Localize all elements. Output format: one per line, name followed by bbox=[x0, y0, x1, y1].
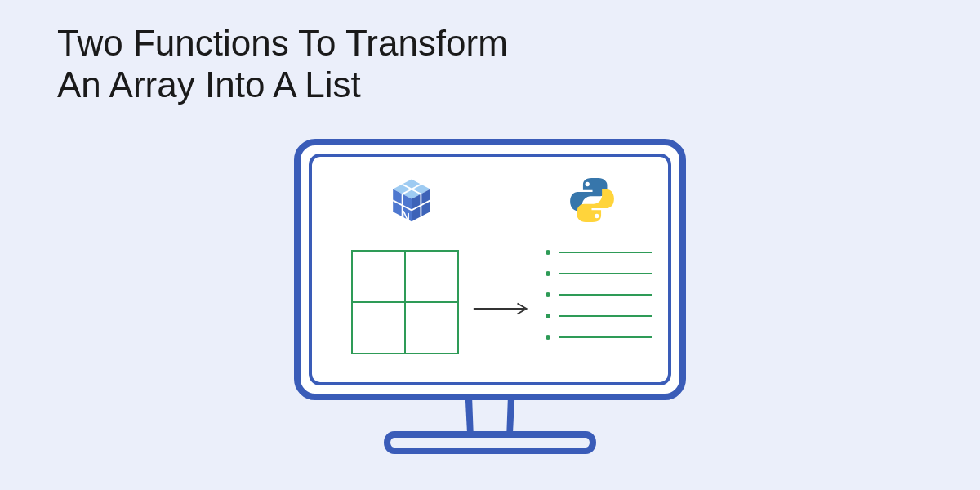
bullet-icon bbox=[546, 271, 550, 276]
list-line bbox=[559, 336, 652, 338]
monitor-screen: N bbox=[294, 139, 686, 400]
list-item bbox=[546, 250, 652, 255]
svg-point-11 bbox=[595, 214, 599, 218]
list-item bbox=[546, 314, 652, 318]
monitor-stand-neck bbox=[466, 399, 514, 435]
bullet-icon bbox=[546, 292, 550, 297]
python-icon bbox=[568, 176, 616, 224]
monitor-illustration: N bbox=[294, 139, 686, 454]
bullet-icon bbox=[546, 250, 550, 255]
bullet-icon bbox=[546, 335, 550, 340]
list-item bbox=[546, 292, 652, 297]
arrow-right-icon bbox=[472, 301, 532, 317]
bullet-icon bbox=[546, 314, 550, 318]
list-line bbox=[559, 252, 652, 253]
list-line bbox=[559, 273, 652, 274]
bulleted-list bbox=[546, 250, 652, 340]
list-line bbox=[559, 315, 652, 317]
list-item bbox=[546, 271, 652, 276]
page-title: Two Functions To Transform An Array Into… bbox=[57, 23, 508, 105]
svg-point-10 bbox=[586, 182, 590, 186]
title-line-1: Two Functions To Transform bbox=[57, 23, 508, 63]
title-line-2: An Array Into A List bbox=[57, 65, 361, 105]
numpy-icon: N bbox=[387, 176, 436, 225]
list-item bbox=[546, 335, 652, 340]
list-line bbox=[559, 294, 652, 296]
array-grid bbox=[351, 250, 459, 354]
grid-2x2 bbox=[351, 250, 459, 354]
